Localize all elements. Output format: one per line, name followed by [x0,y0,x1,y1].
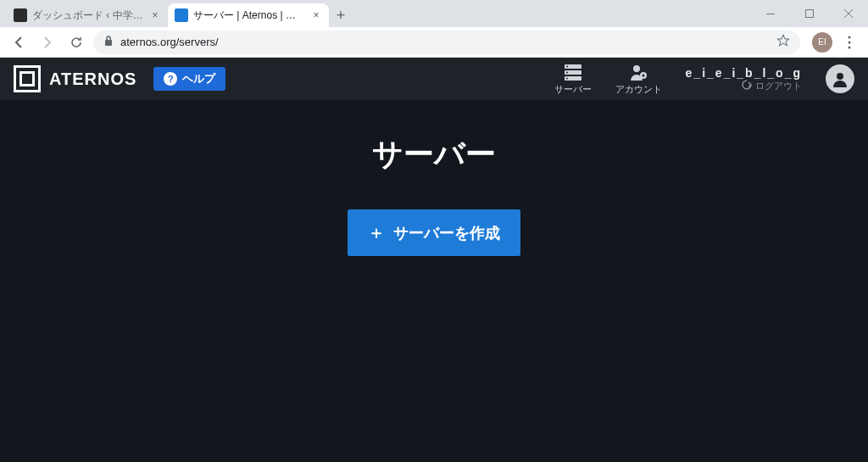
lock-icon [103,35,114,49]
help-icon: ? [164,72,177,86]
maximize-icon [805,9,814,18]
logout-link[interactable]: ログアウト [742,80,802,92]
menu-dots-icon [848,36,851,49]
profile-initial: EI [818,37,826,47]
minimize-icon [766,14,775,14]
svg-rect-0 [766,14,775,14]
page-content: ATERNOS ? ヘルプ サーバー アカウント e_i_e_i_b_l_o_g [0,58,868,462]
tab-title: ダッシュボード ‹ 中学生ののんびりブロ [32,8,144,23]
svg-point-5 [849,46,851,48]
nav-account-label: アカウント [615,83,662,96]
help-button[interactable]: ? ヘルプ [153,67,225,91]
nav-account[interactable]: アカウント [615,63,662,96]
create-server-label: サーバーを作成 [393,223,500,243]
user-block: e_i_e_i_b_l_o_g ログアウト [686,66,802,92]
tab-title: サーバー | Aternos | 無料のマインクラ [193,8,305,23]
username: e_i_e_i_b_l_o_g [686,66,802,80]
minimize-button[interactable] [751,0,790,27]
back-icon [12,36,25,49]
svg-point-4 [849,41,851,43]
help-label: ヘルプ [182,71,215,86]
window-controls [751,0,868,27]
reload-icon [70,36,83,49]
logo-text: ATERNOS [49,70,136,89]
svg-point-9 [566,65,568,67]
browser-menu-button[interactable] [837,31,861,54]
profile-avatar[interactable]: EI [812,32,832,53]
browser-toolbar: aternos.org/servers/ EI [0,27,868,58]
close-icon [844,9,853,18]
svg-rect-2 [105,40,112,46]
logo-icon [14,65,41,92]
forward-button[interactable] [36,31,59,54]
create-server-button[interactable]: ＋ サーバーを作成 [348,209,520,256]
maximize-button[interactable] [790,0,829,27]
nav-servers[interactable]: サーバー [554,63,592,96]
svg-point-15 [837,73,843,80]
plus-icon: ＋ [368,221,385,244]
header-nav: サーバー アカウント e_i_e_i_b_l_o_g ログアウト [554,63,854,96]
favicon [175,8,188,22]
browser-tab-1[interactable]: ダッシュボード ‹ 中学生ののんびりブロ × [7,3,168,27]
address-bar[interactable]: aternos.org/servers/ [93,31,800,54]
forward-icon [41,36,54,49]
svg-point-3 [849,36,851,38]
svg-point-10 [566,71,568,73]
browser-titlebar: ダッシュボード ‹ 中学生ののんびりブロ × サーバー | Aternos | … [0,0,868,27]
logout-label: ログアウト [755,80,802,92]
nav-servers-label: サーバー [554,83,592,96]
back-button[interactable] [7,31,31,54]
main-content: サーバー ＋ サーバーを作成 [0,100,868,462]
logout-icon [742,80,752,92]
star-icon[interactable] [776,34,790,50]
url-text: aternos.org/servers/ [120,36,219,48]
user-icon [832,70,849,87]
user-avatar[interactable] [826,64,854,93]
new-tab-button[interactable]: + [329,3,353,27]
svg-point-14 [643,74,645,76]
svg-point-12 [633,65,640,72]
site-header: ATERNOS ? ヘルプ サーバー アカウント e_i_e_i_b_l_o_g [0,58,868,100]
svg-point-11 [566,77,568,79]
favicon [14,8,27,22]
tab-close-icon[interactable]: × [310,9,322,21]
account-icon [629,63,648,81]
server-icon [564,63,582,81]
svg-rect-1 [806,10,814,18]
page-title: サーバー [372,134,496,175]
browser-tab-2[interactable]: サーバー | Aternos | 無料のマインクラ × [168,3,329,27]
tab-close-icon[interactable]: × [149,9,161,21]
logo[interactable]: ATERNOS [14,65,136,92]
reload-button[interactable] [64,31,88,54]
close-window-button[interactable] [829,0,868,27]
